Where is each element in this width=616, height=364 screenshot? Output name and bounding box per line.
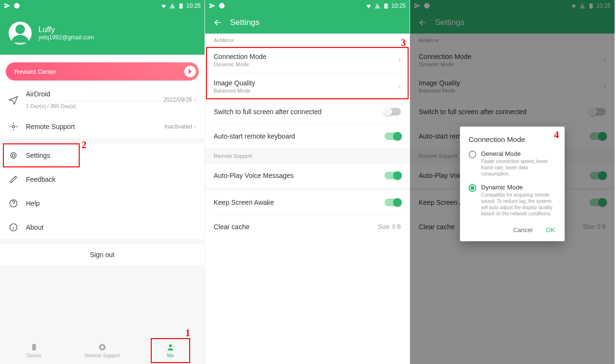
row-connection-mode[interactable]: Connection Mode Dynamic Mode › [205,47,410,73]
remote-support-icon [9,122,18,131]
keyboard-label: Auto-start remote keyboard [214,132,385,140]
awake-toggle[interactable] [385,199,401,206]
row-image-quality[interactable]: Image Quality Balanced Mode › [205,73,410,99]
person-icon [166,343,175,352]
remote-title: Remote Support [26,123,164,130]
back-arrow-icon[interactable] [213,18,222,27]
svg-rect-13 [384,3,387,8]
connmode-title: Connection Mode [214,53,399,60]
radio-unchecked-icon [469,151,476,158]
divider [0,239,205,244]
radio-checked-icon [469,184,476,192]
user-name: Luffy [38,25,94,34]
sign-out-button[interactable]: Sign out [0,244,205,265]
imgquality-sub: Balanced Mode [214,88,399,94]
nav-device[interactable]: Device [0,337,68,364]
svg-point-3 [12,126,15,128]
connection-mode-dialog: 4 Connection Mode General Mode Faster co… [460,127,565,241]
pencil-icon [9,175,18,184]
nav-remote-label: Remote Support [85,353,120,358]
wifi-icon [365,2,372,9]
row-auto-keyboard[interactable]: Auto-start remote keyboard [205,124,410,148]
keyboard-toggle[interactable] [385,132,401,140]
airdroid-status-icon [218,2,225,9]
svg-point-4 [11,153,16,158]
send-icon [4,2,11,9]
feedback-label: Feedback [26,176,55,183]
fullscreen-toggle[interactable] [385,108,401,116]
battery-icon [383,2,389,9]
chevron-right-icon: › [194,96,196,103]
nav-remote[interactable]: Remote Support [68,337,136,364]
signal-icon [169,2,176,9]
opt-general-title: General Mode [481,150,556,157]
svg-rect-1 [179,3,182,8]
status-bar: 10:25 [205,0,410,12]
settings-label: Settings [26,152,50,159]
status-time: 10:25 [186,2,201,9]
panel-dialog: 10:25 Settings AirMirror Connection Mode… [410,0,615,364]
device-icon [30,343,38,352]
ok-button[interactable]: OK [545,223,556,236]
svg-point-10 [101,346,104,349]
airdroid-date: 2022/09/26 [163,96,192,103]
svg-rect-8 [32,344,36,351]
awake-label: Keep Screen Awake [214,199,385,206]
wifi-icon [160,2,167,9]
help-icon [9,199,18,208]
row-awake[interactable]: Keep Screen Awake [205,190,410,214]
chevron-right-icon: › [194,123,196,130]
settings-title: Settings [230,18,259,27]
remote-status: Inactivated [164,123,192,130]
section-airmirror: AirMirror [205,34,410,47]
svg-point-2 [15,24,25,34]
cache-size: Size: 0 B [378,223,401,230]
dialog-title: Connection Mode [469,135,556,143]
imgquality-title: Image Quality [214,79,399,87]
cancel-button[interactable]: Cancel [512,223,533,236]
row-fullscreen[interactable]: Switch to full screen after connected [205,100,410,124]
svg-point-0 [14,3,20,9]
signal-icon [374,2,381,9]
connmode-sub: Dynamic Mode [214,61,399,67]
row-about[interactable]: About [0,215,205,239]
avatar[interactable] [9,22,32,45]
divider [0,139,205,143]
bottom-nav: Device Remote Support 1 Me [0,337,205,364]
row-remote-support[interactable]: Remote Support Inactivated › [0,115,205,139]
help-label: Help [26,200,40,207]
reward-label: Reward Center [14,68,56,75]
about-label: About [26,223,44,231]
row-feedback[interactable]: Feedback [0,167,205,191]
voice-toggle[interactable] [385,172,401,179]
panel-me: 10:25 Luffy yelq1992@gmail.com Reward Ce… [0,0,205,364]
svg-point-11 [169,344,172,347]
option-dynamic-mode[interactable]: Dynamic Mode Compatible for acquiring re… [469,184,556,217]
opt-general-desc: Faster connection speed, lower frame rat… [481,158,556,177]
settings-header: Settings [205,12,410,34]
row-help[interactable]: Help [0,191,205,215]
row-voice[interactable]: Auto-Play Voice Messages [205,164,410,188]
chevron-right-icon: › [399,82,401,91]
chevron-right-icon: › [399,56,401,64]
reward-arrow-icon [184,66,196,77]
cache-label: Clear cache [214,223,378,231]
status-time: 10:25 [391,2,406,9]
reward-center[interactable]: Reward Center [6,62,199,81]
opt-dynamic-title: Dynamic Mode [481,184,556,191]
user-email: yelq1992@gmail.com [38,34,94,41]
section-remote: Remote Support [205,148,410,164]
info-icon [9,223,18,232]
airdroid-icon [9,95,18,105]
row-airdroid[interactable]: AirDroid 1 Day(s) / 365 Day(s) 2022/09/2… [0,84,205,115]
gear-icon [9,151,18,160]
row-cache[interactable]: Clear cache Size: 0 B [205,215,410,239]
nav-me[interactable]: Me [136,337,205,364]
user-header[interactable]: Luffy yelq1992@gmail.com [0,12,205,55]
airdroid-title: AirDroid [26,90,163,98]
opt-dynamic-desc: Compatible for acquiring remote sound. T… [481,192,556,217]
airdroid-sub: 1 Day(s) / 365 Day(s) [26,103,163,109]
option-general-mode[interactable]: General Mode Faster connection speed, lo… [469,150,556,177]
row-settings[interactable]: Settings [0,143,205,167]
svg-point-12 [219,3,225,9]
